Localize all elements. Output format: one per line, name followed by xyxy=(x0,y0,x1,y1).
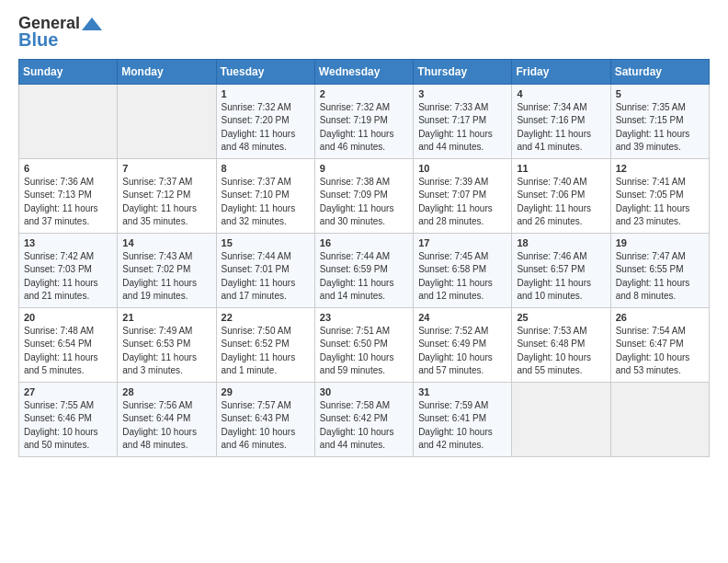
day-number: 12 xyxy=(616,163,704,174)
calendar-cell: 27Sunrise: 7:55 AM Sunset: 6:46 PM Dayli… xyxy=(19,382,118,456)
day-info: Sunrise: 7:59 AM Sunset: 6:41 PM Dayligh… xyxy=(418,399,506,453)
day-info: Sunrise: 7:38 AM Sunset: 7:09 PM Dayligh… xyxy=(320,176,408,229)
day-number: 18 xyxy=(517,237,605,248)
day-number: 5 xyxy=(616,88,704,99)
day-number: 31 xyxy=(418,386,506,397)
col-friday: Friday xyxy=(512,59,610,84)
col-monday: Monday xyxy=(118,59,216,84)
calendar-cell: 7Sunrise: 7:37 AM Sunset: 7:12 PM Daylig… xyxy=(118,158,216,233)
calendar-cell: 17Sunrise: 7:45 AM Sunset: 6:58 PM Dayli… xyxy=(414,233,512,307)
col-thursday: Thursday xyxy=(414,59,512,84)
calendar-cell: 21Sunrise: 7:49 AM Sunset: 6:53 PM Dayli… xyxy=(118,307,216,382)
day-number: 26 xyxy=(616,312,704,323)
day-number: 2 xyxy=(320,88,408,99)
day-number: 13 xyxy=(24,237,112,248)
day-info: Sunrise: 7:54 AM Sunset: 6:47 PM Dayligh… xyxy=(616,325,704,378)
day-number: 7 xyxy=(122,163,210,174)
calendar-cell: 6Sunrise: 7:36 AM Sunset: 7:13 PM Daylig… xyxy=(19,158,118,233)
day-info: Sunrise: 7:49 AM Sunset: 6:53 PM Dayligh… xyxy=(122,325,210,378)
day-info: Sunrise: 7:33 AM Sunset: 7:17 PM Dayligh… xyxy=(418,101,506,155)
col-saturday: Saturday xyxy=(610,59,709,84)
calendar-cell xyxy=(610,382,709,456)
day-info: Sunrise: 7:48 AM Sunset: 6:54 PM Dayligh… xyxy=(24,325,112,378)
day-number: 14 xyxy=(122,237,210,248)
day-number: 11 xyxy=(517,163,605,174)
day-number: 24 xyxy=(418,312,506,323)
day-number: 4 xyxy=(517,88,605,99)
calendar-cell: 8Sunrise: 7:37 AM Sunset: 7:10 PM Daylig… xyxy=(216,158,314,233)
week-row-4: 27Sunrise: 7:55 AM Sunset: 6:46 PM Dayli… xyxy=(19,382,710,456)
svg-marker-0 xyxy=(82,17,102,30)
day-number: 3 xyxy=(418,88,506,99)
calendar-cell: 11Sunrise: 7:40 AM Sunset: 7:06 PM Dayli… xyxy=(512,158,610,233)
calendar-cell: 31Sunrise: 7:59 AM Sunset: 6:41 PM Dayli… xyxy=(414,382,512,456)
day-info: Sunrise: 7:35 AM Sunset: 7:15 PM Dayligh… xyxy=(616,101,704,155)
calendar-cell: 20Sunrise: 7:48 AM Sunset: 6:54 PM Dayli… xyxy=(19,307,118,382)
col-sunday: Sunday xyxy=(19,59,118,84)
calendar-cell xyxy=(118,84,216,158)
day-info: Sunrise: 7:46 AM Sunset: 6:57 PM Dayligh… xyxy=(517,250,605,304)
week-row-3: 20Sunrise: 7:48 AM Sunset: 6:54 PM Dayli… xyxy=(19,307,710,382)
day-number: 30 xyxy=(320,386,408,397)
day-info: Sunrise: 7:36 AM Sunset: 7:13 PM Dayligh… xyxy=(24,176,112,229)
day-info: Sunrise: 7:45 AM Sunset: 6:58 PM Dayligh… xyxy=(418,250,506,304)
day-info: Sunrise: 7:47 AM Sunset: 6:55 PM Dayligh… xyxy=(616,250,704,304)
day-number: 17 xyxy=(418,237,506,248)
calendar-cell: 29Sunrise: 7:57 AM Sunset: 6:43 PM Dayli… xyxy=(216,382,314,456)
day-info: Sunrise: 7:41 AM Sunset: 7:05 PM Dayligh… xyxy=(616,176,704,229)
col-tuesday: Tuesday xyxy=(216,59,314,84)
day-number: 21 xyxy=(122,312,210,323)
day-number: 20 xyxy=(24,312,112,323)
day-info: Sunrise: 7:43 AM Sunset: 7:02 PM Dayligh… xyxy=(122,250,210,304)
calendar-cell: 22Sunrise: 7:50 AM Sunset: 6:52 PM Dayli… xyxy=(216,307,314,382)
day-number: 1 xyxy=(222,88,310,99)
day-info: Sunrise: 7:40 AM Sunset: 7:06 PM Dayligh… xyxy=(517,176,605,229)
day-info: Sunrise: 7:34 AM Sunset: 7:16 PM Dayligh… xyxy=(517,101,605,155)
day-info: Sunrise: 7:51 AM Sunset: 6:50 PM Dayligh… xyxy=(320,325,408,378)
day-info: Sunrise: 7:55 AM Sunset: 6:46 PM Dayligh… xyxy=(24,399,112,453)
day-info: Sunrise: 7:42 AM Sunset: 7:03 PM Dayligh… xyxy=(24,250,112,304)
day-number: 29 xyxy=(222,386,310,397)
day-info: Sunrise: 7:32 AM Sunset: 7:20 PM Dayligh… xyxy=(222,101,310,155)
calendar-cell: 30Sunrise: 7:58 AM Sunset: 6:42 PM Dayli… xyxy=(314,382,413,456)
day-info: Sunrise: 7:57 AM Sunset: 6:43 PM Dayligh… xyxy=(222,399,310,453)
day-info: Sunrise: 7:53 AM Sunset: 6:48 PM Dayligh… xyxy=(517,325,605,378)
week-row-1: 6Sunrise: 7:36 AM Sunset: 7:13 PM Daylig… xyxy=(19,158,710,233)
calendar-cell: 16Sunrise: 7:44 AM Sunset: 6:59 PM Dayli… xyxy=(314,233,413,307)
calendar-cell: 19Sunrise: 7:47 AM Sunset: 6:55 PM Dayli… xyxy=(610,233,709,307)
day-info: Sunrise: 7:44 AM Sunset: 7:01 PM Dayligh… xyxy=(222,250,310,304)
day-info: Sunrise: 7:50 AM Sunset: 6:52 PM Dayligh… xyxy=(222,325,310,378)
header-row: Sunday Monday Tuesday Wednesday Thursday… xyxy=(19,59,710,84)
calendar-cell: 5Sunrise: 7:35 AM Sunset: 7:15 PM Daylig… xyxy=(610,84,709,158)
calendar-cell: 2Sunrise: 7:32 AM Sunset: 7:19 PM Daylig… xyxy=(314,84,413,158)
calendar-cell: 1Sunrise: 7:32 AM Sunset: 7:20 PM Daylig… xyxy=(216,84,314,158)
day-info: Sunrise: 7:37 AM Sunset: 7:10 PM Dayligh… xyxy=(222,176,310,229)
day-number: 27 xyxy=(24,386,112,397)
day-info: Sunrise: 7:58 AM Sunset: 6:42 PM Dayligh… xyxy=(320,399,408,453)
day-info: Sunrise: 7:37 AM Sunset: 7:12 PM Dayligh… xyxy=(122,176,210,229)
calendar-cell: 10Sunrise: 7:39 AM Sunset: 7:07 PM Dayli… xyxy=(414,158,512,233)
calendar-cell: 26Sunrise: 7:54 AM Sunset: 6:47 PM Dayli… xyxy=(610,307,709,382)
calendar-cell: 3Sunrise: 7:33 AM Sunset: 7:17 PM Daylig… xyxy=(414,84,512,158)
calendar-cell: 13Sunrise: 7:42 AM Sunset: 7:03 PM Dayli… xyxy=(19,233,118,307)
day-number: 10 xyxy=(418,163,506,174)
day-number: 25 xyxy=(517,312,605,323)
day-number: 19 xyxy=(616,237,704,248)
calendar-cell: 15Sunrise: 7:44 AM Sunset: 7:01 PM Dayli… xyxy=(216,233,314,307)
day-number: 22 xyxy=(222,312,310,323)
day-number: 23 xyxy=(320,312,408,323)
day-info: Sunrise: 7:56 AM Sunset: 6:44 PM Dayligh… xyxy=(122,399,210,453)
calendar-cell: 23Sunrise: 7:51 AM Sunset: 6:50 PM Dayli… xyxy=(314,307,413,382)
calendar-cell: 9Sunrise: 7:38 AM Sunset: 7:09 PM Daylig… xyxy=(314,158,413,233)
calendar-cell: 14Sunrise: 7:43 AM Sunset: 7:02 PM Dayli… xyxy=(118,233,216,307)
calendar-cell: 12Sunrise: 7:41 AM Sunset: 7:05 PM Dayli… xyxy=(610,158,709,233)
logo-blue: Blue xyxy=(18,29,58,50)
day-number: 28 xyxy=(122,386,210,397)
week-row-0: 1Sunrise: 7:32 AM Sunset: 7:20 PM Daylig… xyxy=(19,84,710,158)
col-wednesday: Wednesday xyxy=(314,59,413,84)
calendar-cell xyxy=(512,382,610,456)
calendar-cell: 25Sunrise: 7:53 AM Sunset: 6:48 PM Dayli… xyxy=(512,307,610,382)
calendar-cell xyxy=(19,84,118,158)
logo: General Blue xyxy=(18,15,102,50)
page: General Blue Sunday Monday Tuesday Wedne… xyxy=(0,0,728,472)
